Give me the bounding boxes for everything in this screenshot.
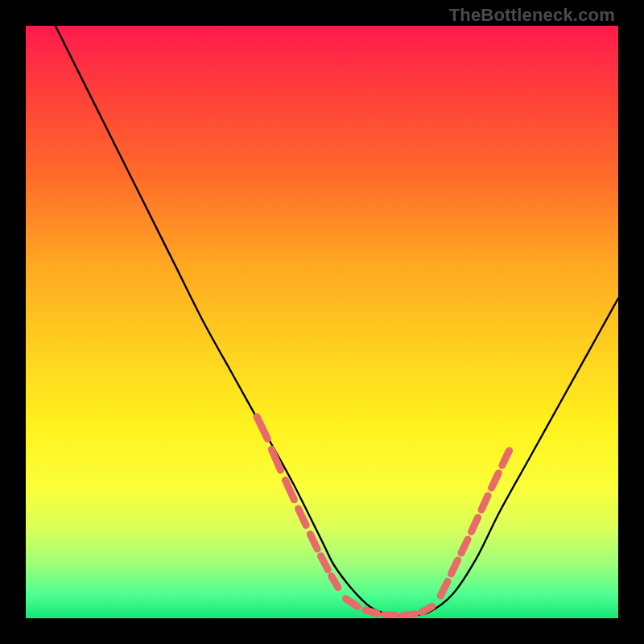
dash-segment — [403, 614, 415, 615]
dash-segment — [345, 599, 357, 607]
dash-segment — [491, 473, 498, 488]
dash-segment — [502, 451, 510, 465]
dash-segment — [471, 518, 477, 532]
dash-group-right — [440, 451, 509, 596]
dash-segment — [332, 576, 338, 588]
outer-frame: TheBottleneck.com — [0, 0, 644, 644]
watermark-text: TheBottleneck.com — [449, 5, 615, 26]
dash-segment — [440, 581, 448, 596]
dash-segment — [257, 417, 267, 439]
dash-segment — [461, 539, 468, 553]
dash-segment — [451, 560, 457, 574]
dash-group-bottom — [345, 599, 431, 616]
bottleneck-curve — [56, 26, 618, 616]
plot-area — [26, 26, 618, 618]
dash-segment — [384, 615, 396, 616]
dash-segment — [310, 534, 317, 548]
dash-segment — [365, 610, 378, 613]
dash-segment — [321, 556, 328, 570]
dash-segment — [481, 496, 488, 510]
chart-svg — [26, 26, 618, 618]
dash-segment — [299, 509, 307, 526]
dash-group-left — [257, 417, 338, 588]
dash-segment — [271, 449, 280, 470]
